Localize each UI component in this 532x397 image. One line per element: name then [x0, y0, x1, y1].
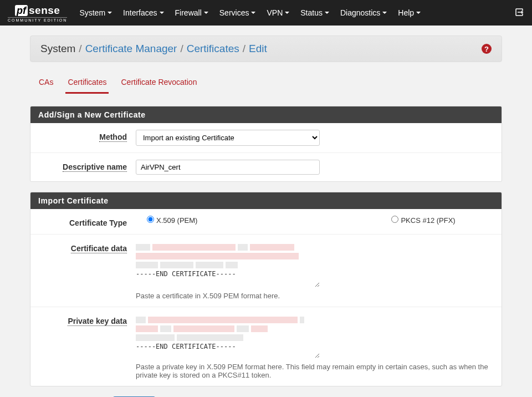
- chevron-down-icon: [108, 12, 112, 14]
- radio-pfx[interactable]: [391, 216, 398, 223]
- radio-pfx-label[interactable]: PKCS #12 (PFX): [391, 216, 455, 225]
- tab-cas[interactable]: CAs: [37, 74, 55, 94]
- chevron-down-icon: [416, 12, 421, 14]
- chevron-down-icon: [285, 12, 289, 14]
- chevron-down-icon: [204, 12, 208, 14]
- chevron-down-icon: [160, 12, 164, 14]
- panel-add-sign-heading: Add/Sign a New Certificate: [30, 106, 502, 123]
- descriptive-name-label: Descriptive name: [63, 162, 127, 172]
- cert-data-label: Certificate data: [71, 244, 127, 253]
- brand-pf: pf: [15, 5, 28, 16]
- radio-pem-label[interactable]: X.509 (PEM): [147, 216, 197, 225]
- menu-system[interactable]: System: [74, 1, 117, 25]
- descriptive-name-input[interactable]: [136, 160, 320, 175]
- menu-status[interactable]: Status: [295, 1, 335, 25]
- menu-interfaces[interactable]: Interfaces: [117, 1, 169, 25]
- cert-type-label: Certificate Type: [69, 218, 127, 227]
- breadcrumb-root: System: [40, 43, 75, 55]
- tab-bar: CAs Certificates Certificate Revocation: [30, 74, 502, 94]
- tab-revocation[interactable]: Certificate Revocation: [119, 74, 199, 94]
- panel-import-cert-heading: Import Certificate: [30, 192, 502, 209]
- breadcrumb: System / Certificate Manager / Certifica…: [40, 43, 267, 55]
- method-label: Method: [99, 133, 127, 142]
- menu-services[interactable]: Services: [214, 1, 262, 25]
- cert-data-help: Paste a certificate in X.509 PEM format …: [136, 292, 494, 300]
- breadcrumb-panel: System / Certificate Manager / Certifica…: [30, 35, 502, 62]
- cert-data-textarea[interactable]: -----END CERTIFICATE-----: [136, 241, 320, 287]
- help-icon[interactable]: ?: [482, 44, 492, 54]
- method-select[interactable]: Import an existing Certificate: [136, 130, 320, 146]
- breadcrumb-cert-manager[interactable]: Certificate Manager: [85, 43, 177, 55]
- menu-help[interactable]: Help: [392, 1, 426, 25]
- menu-diagnostics[interactable]: Diagnostics: [335, 1, 392, 25]
- private-key-help: Paste a private key in X.509 PEM format …: [136, 363, 494, 379]
- main-menu: System Interfaces Firewall Services VPN …: [74, 1, 514, 25]
- brand-logo[interactable]: pf sense COMMUNITY EDITION: [8, 3, 67, 22]
- chevron-down-icon: [251, 12, 255, 14]
- menu-vpn[interactable]: VPN: [261, 1, 295, 25]
- breadcrumb-edit[interactable]: Edit: [249, 43, 267, 55]
- chevron-down-icon: [382, 12, 387, 14]
- panel-import-cert: Import Certificate Certificate Type X.50…: [30, 192, 502, 386]
- top-navbar: pf sense COMMUNITY EDITION System Interf…: [0, 0, 532, 26]
- logout-icon[interactable]: [514, 7, 524, 19]
- menu-firewall[interactable]: Firewall: [170, 1, 214, 25]
- tab-certificates[interactable]: Certificates: [65, 74, 109, 94]
- panel-add-sign: Add/Sign a New Certificate Method Import…: [30, 106, 502, 182]
- breadcrumb-certificates[interactable]: Certificates: [187, 43, 239, 55]
- brand-sense: sense: [29, 4, 60, 17]
- private-key-label: Private key data: [68, 317, 127, 326]
- brand-subtitle: COMMUNITY EDITION: [8, 17, 67, 22]
- radio-pem[interactable]: [147, 216, 154, 223]
- chevron-down-icon: [325, 12, 329, 14]
- private-key-textarea[interactable]: -----END CERTIFICATE-----: [136, 314, 320, 358]
